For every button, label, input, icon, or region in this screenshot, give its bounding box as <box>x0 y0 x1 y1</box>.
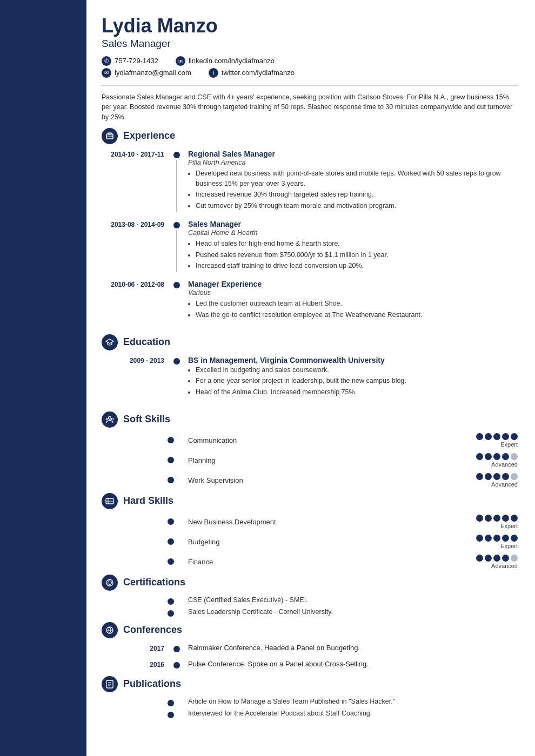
conferences-icon <box>102 622 118 638</box>
publications-title: Publications <box>123 678 181 690</box>
dot <box>493 535 500 542</box>
entry-1-content: Regional Sales Manager Pilla North Ameri… <box>182 150 518 212</box>
hard-skill-dots-3 <box>476 555 518 562</box>
candidate-name: Lydia Manzo <box>102 15 518 37</box>
dot <box>493 473 500 480</box>
entry-3-title: Manager Experience <box>188 280 518 288</box>
entry-1-date: 2014-10 - 2017-11 <box>102 150 172 212</box>
experience-entry-3: 2010-06 - 2012-08 Manager Experience Var… <box>102 280 518 321</box>
certifications-title: Certifications <box>123 577 185 588</box>
entry-3-bullets: Led the customer outreach team at Hubert… <box>188 299 518 320</box>
dot <box>485 433 492 440</box>
timeline-line-2 <box>176 230 177 272</box>
hard-skill-content-2: Budgeting Expert <box>182 535 518 549</box>
dot <box>476 515 483 522</box>
bullet-item: Pushed sales revenue from $750,000/yr to… <box>196 250 518 260</box>
dot <box>502 515 509 522</box>
hard-skills-section: Hard Skills New Business Development <box>102 493 518 569</box>
skill-content-1: Communication Expert <box>182 433 518 448</box>
entry-1-subtitle: Pilla North America <box>188 159 518 166</box>
sidebar <box>0 0 86 756</box>
hard-skill-rating-2: Expert <box>476 535 518 549</box>
conf-date-2: 2016 <box>102 660 172 669</box>
skill-finance: Finance Advanced <box>102 555 518 569</box>
pub-dot-1 <box>168 700 174 706</box>
linkedin-icon: in <box>176 56 185 66</box>
dot <box>502 433 509 440</box>
dot <box>502 473 509 480</box>
dot-empty <box>511 453 518 460</box>
hard-skill-name-3: Finance <box>188 558 213 566</box>
entry-3-content: Manager Experience Various Led the custo… <box>182 280 518 321</box>
bullet-item: Increased staff training to drive lead c… <box>196 261 518 271</box>
conf-text-2: Pulse Conference. Spoke on a Panel about… <box>188 660 369 668</box>
timeline-dot-2 <box>173 222 180 228</box>
contact-row-2: ✉ lydiafmanzo@gmail.com t twitter.com/ly… <box>102 68 518 78</box>
svg-point-5 <box>111 418 113 420</box>
dot <box>476 535 483 542</box>
hard-skill-dot-area-3 <box>102 558 182 565</box>
bullet-item: Excelled in budgeting and sales coursewo… <box>196 365 518 375</box>
main-content: Lydia Manzo Sales Manager ✆ 757-729-1432… <box>86 0 535 756</box>
conferences-header: Conferences <box>102 622 518 638</box>
svg-point-9 <box>106 579 113 586</box>
dot-empty <box>511 473 518 480</box>
contact-row-1: ✆ 757-729-1432 in linkedin.com/in/lydiaf… <box>102 56 518 66</box>
experience-entry-1: 2014-10 - 2017-11 Regional Sales Manager… <box>102 150 518 212</box>
dot <box>493 515 500 522</box>
hard-skill-content-1: New Business Development Expert <box>182 515 518 529</box>
skill-content-3: Work Supervision Advanced <box>182 473 518 488</box>
bullet-item: Developed new business with point-of-sal… <box>196 168 518 189</box>
hard-skills-header: Hard Skills <box>102 493 518 509</box>
dot <box>493 555 500 562</box>
timeline-dot-1 <box>173 152 180 158</box>
svg-point-4 <box>106 418 108 420</box>
publications-icon <box>102 676 118 692</box>
skill-rating-3: Advanced <box>476 473 518 488</box>
email-icon: ✉ <box>102 68 111 78</box>
entry-2-subtitle: Capital Home & Hearth <box>188 229 518 237</box>
edu-title: BS in Management, Virginia Commonwealth … <box>188 356 518 364</box>
bullet-item: For a one-year senior project in leaders… <box>196 376 518 386</box>
pub-dot-col-1 <box>102 698 182 706</box>
dot <box>485 535 492 542</box>
publications-header: Publications <box>102 676 518 692</box>
conference-entry-2: 2016 Pulse Conference. Spoke on a Panel … <box>102 660 518 669</box>
skill-name-2: Planning <box>188 456 216 464</box>
hard-skill-dot-3 <box>168 558 174 565</box>
soft-skills-section: Soft Skills Communication <box>102 411 518 488</box>
dot-col-1 <box>172 150 182 212</box>
dot <box>502 555 509 562</box>
dot <box>511 433 518 440</box>
soft-skills-header: Soft Skills <box>102 411 518 428</box>
hard-skill-dot-area-1 <box>102 518 182 525</box>
timeline-line-1 <box>176 160 177 212</box>
dot <box>493 453 500 460</box>
entry-3-date: 2010-06 - 2012-08 <box>102 280 172 321</box>
hard-skill-dots-2 <box>476 535 518 542</box>
pub-dot-col-2 <box>102 710 182 718</box>
soft-skills-title: Soft Skills <box>123 414 170 425</box>
pub-entry-2: Interviewed for the Accelerate! Podcast … <box>102 710 518 718</box>
experience-entries: 2014-10 - 2017-11 Regional Sales Manager… <box>102 150 518 329</box>
edu-content: BS in Management, Virginia Commonwealth … <box>182 356 518 399</box>
linkedin-contact: in linkedin.com/in/lydiafmanzo <box>176 56 275 66</box>
skill-name-3: Work Supervision <box>188 476 243 484</box>
publications-section: Publications Article on How to Manage a … <box>102 676 518 718</box>
skill-level-3: Advanced <box>491 481 518 488</box>
skill-planning: Planning Advanced <box>102 453 518 468</box>
cert-entry-1: CSE (Certified Sales Executive) - SMEI. <box>102 596 518 605</box>
svg-point-3 <box>109 416 111 419</box>
certifications-icon <box>102 575 118 591</box>
experience-icon <box>102 128 118 144</box>
dot <box>493 433 500 440</box>
skill-name-1: Communication <box>188 436 237 444</box>
hard-skills-icon <box>102 493 118 509</box>
hard-skill-level-1: Expert <box>500 523 518 529</box>
skill-work-supervision: Work Supervision Advanced <box>102 473 518 488</box>
skill-dot-3 <box>168 477 174 483</box>
pub-text-2: Interviewed for the Accelerate! Podcast … <box>182 710 518 718</box>
education-icon <box>102 334 118 350</box>
experience-header: Experience <box>102 128 518 144</box>
soft-skills-icon <box>102 411 118 428</box>
